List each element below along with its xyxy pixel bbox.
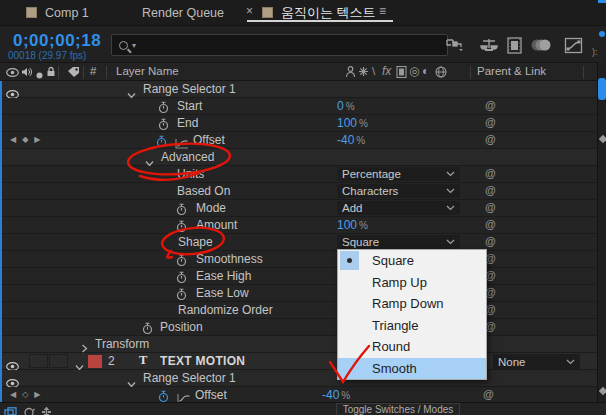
row-range-selector-1[interactable]: Range Selector 1: [0, 81, 597, 98]
pick-whip-icon[interactable]: @: [485, 235, 496, 247]
row-end[interactable]: End 100% @: [0, 115, 597, 132]
menu-item-square[interactable]: Square: [338, 250, 486, 272]
tab-comp-1[interactable]: Comp 1: [26, 0, 89, 25]
layer-label-color-swatch[interactable]: [88, 355, 102, 368]
row-start[interactable]: Start 0% @: [0, 98, 597, 115]
quality-switch-icon[interactable]: \: [372, 65, 375, 77]
property-label[interactable]: Range Selector 1: [143, 82, 236, 96]
parent-link-dropdown[interactable]: None: [493, 354, 580, 369]
current-timecode[interactable]: 0;00;00;18: [13, 31, 101, 51]
switch-cell[interactable]: [29, 354, 48, 368]
property-value[interactable]: 100%: [337, 218, 368, 232]
property-label[interactable]: Start: [177, 99, 202, 113]
pick-whip-icon[interactable]: @: [485, 116, 496, 128]
property-value[interactable]: 100%: [337, 116, 368, 130]
row-layer-text-motion[interactable]: 2 T TEXT MOTION None: [0, 353, 597, 370]
mode-dropdown[interactable]: Add: [337, 201, 460, 215]
next-keyframe-icon[interactable]: ▶: [34, 390, 46, 399]
keyframe-diamond-icon[interactable]: ◆: [22, 135, 34, 144]
solo-column-icon[interactable]: [36, 70, 43, 81]
property-label[interactable]: Amount: [196, 218, 237, 232]
collapse-transformations-icon[interactable]: [358, 66, 369, 79]
menu-item-smooth[interactable]: Smooth: [338, 358, 486, 380]
shy-switch-icon[interactable]: [345, 66, 356, 80]
expand-transfer-controls-icon[interactable]: [23, 404, 36, 415]
tab-render-queue[interactable]: Render Queue: [142, 0, 224, 25]
property-label[interactable]: End: [177, 116, 198, 130]
composition-mini-flowchart-icon[interactable]: [445, 37, 465, 57]
row-units[interactable]: Units Percentage @: [0, 166, 597, 183]
row-ease-low[interactable]: Ease Low @: [0, 285, 597, 302]
pick-whip-icon[interactable]: @: [485, 167, 496, 179]
label-column-tag-icon[interactable]: [67, 66, 80, 80]
lock-column-icon[interactable]: [46, 66, 56, 79]
keyframe-navigator[interactable]: ◀◇▶: [10, 390, 46, 399]
toggle-switches-modes-button[interactable]: Toggle Switches / Modes: [336, 403, 460, 415]
property-value[interactable]: 0%: [337, 99, 355, 113]
row-randomize-order[interactable]: Randomize Order @: [0, 302, 597, 319]
units-dropdown[interactable]: Percentage: [337, 167, 460, 181]
property-label[interactable]: Transform: [95, 337, 149, 351]
audio-column-speaker-icon[interactable]: [21, 67, 32, 79]
property-label[interactable]: Position: [160, 320, 203, 334]
next-keyframe-icon[interactable]: ▶: [34, 135, 46, 144]
parent-link-column-header[interactable]: Parent & Link: [477, 65, 546, 77]
layer-name[interactable]: TEXT MOTION: [160, 354, 245, 368]
keyframe-diamond-icon[interactable]: ◇: [22, 390, 34, 399]
keyframe-navigator[interactable]: ◀◆▶: [10, 135, 46, 144]
panel-menu-icon[interactable]: ≡: [379, 4, 385, 18]
expand-layer-switches-icon[interactable]: [4, 404, 17, 415]
adjustment-layer-switch-icon[interactable]: ◐: [422, 64, 429, 78]
row-amount[interactable]: Amount 100% @: [0, 217, 597, 234]
draft-3d-icon[interactable]: [479, 37, 499, 57]
pick-whip-icon[interactable]: @: [485, 218, 496, 230]
row-based-on[interactable]: Based On Characters @: [0, 183, 597, 200]
graph-editor-icon[interactable]: [564, 37, 583, 58]
three-d-switch-icon[interactable]: [435, 66, 447, 80]
menu-item-ramp-up[interactable]: Ramp Up: [338, 272, 486, 294]
row-advanced[interactable]: Advanced: [0, 149, 597, 166]
row-mode[interactable]: Mode Add @: [0, 200, 597, 217]
scroll-thumb-fragment[interactable]: [598, 78, 606, 100]
switch-cell[interactable]: [49, 354, 68, 368]
row-shape[interactable]: Shape Square @: [0, 234, 597, 251]
property-label[interactable]: Units: [177, 167, 204, 181]
row-range-selector-1-bottom[interactable]: Range Selector 1: [0, 370, 597, 387]
property-label[interactable]: Advanced: [161, 150, 214, 164]
search-options-caret[interactable]: ▾: [132, 41, 136, 50]
frame-blend-switch-icon[interactable]: [396, 66, 407, 80]
property-value[interactable]: -40%: [337, 133, 365, 147]
row-transform[interactable]: Transform: [0, 336, 597, 353]
property-label[interactable]: Ease Low: [196, 286, 249, 300]
property-label[interactable]: Offset: [193, 133, 225, 147]
property-label[interactable]: Ease High: [196, 269, 251, 283]
row-offset[interactable]: ◀◆▶ Offset -40% @: [0, 132, 597, 149]
effects-switch-icon[interactable]: fx: [382, 64, 391, 78]
menu-item-round[interactable]: Round: [338, 336, 486, 358]
property-label[interactable]: Randomize Order: [178, 303, 273, 317]
shape-dropdown[interactable]: Square: [337, 235, 460, 249]
menu-item-ramp-down[interactable]: Ramp Down: [338, 293, 486, 315]
property-label[interactable]: Shape: [178, 235, 213, 249]
row-ease-high[interactable]: Ease High @: [0, 268, 597, 285]
pick-whip-icon[interactable]: @: [485, 99, 496, 111]
pick-whip-icon[interactable]: @: [485, 184, 496, 196]
property-label[interactable]: Range Selector 1: [143, 371, 236, 385]
layer-name-column-header[interactable]: Layer Name: [116, 65, 179, 77]
video-column-eye-icon[interactable]: [6, 68, 19, 79]
property-value[interactable]: -40%: [322, 388, 350, 402]
search-input[interactable]: ▾: [111, 34, 448, 56]
prev-keyframe-icon[interactable]: ◀: [10, 135, 22, 144]
pick-whip-icon[interactable]: @: [485, 133, 496, 145]
pick-whip-icon[interactable]: @: [485, 201, 496, 213]
pick-whip-icon[interactable]: @: [483, 388, 494, 400]
motion-blur-switch-icon[interactable]: ◎: [409, 64, 419, 78]
property-label[interactable]: Smoothness: [196, 252, 263, 266]
property-label[interactable]: Mode: [196, 201, 226, 215]
tab-close-icon[interactable]: ×: [246, 4, 253, 18]
property-label[interactable]: Offset: [195, 388, 227, 402]
row-position[interactable]: Position @: [0, 319, 597, 336]
expand-in-out-panes-icon[interactable]: [41, 404, 52, 415]
frame-blending-icon[interactable]: [506, 37, 524, 58]
motion-blur-icon[interactable]: [530, 37, 552, 58]
